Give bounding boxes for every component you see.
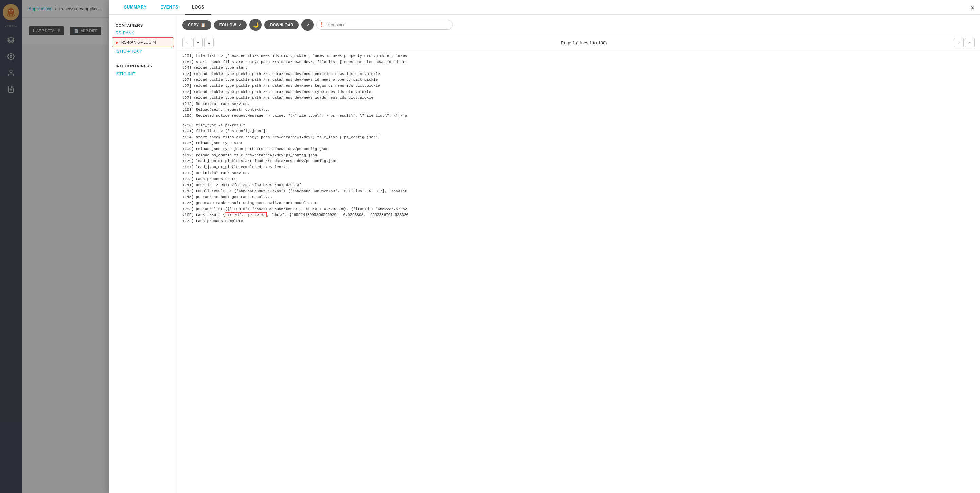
log-line: :245] ps-rank method: get rank result... (182, 195, 975, 201)
log-line: :241] user_id -> 9941b7f8-12a3-4f83-b590… (182, 182, 975, 188)
panel: × SUMMARY EVENTS LOGS CONTAINERS RS-RANK… (109, 0, 980, 493)
panel-tabs: SUMMARY EVENTS LOGS (109, 0, 980, 15)
page-last-button[interactable]: » (965, 38, 975, 47)
log-line: :154] start check files are ready: path … (182, 59, 975, 65)
log-line: :283] ps rank list:[{'itemId': '65524189… (182, 206, 975, 212)
log-line: :97] reload_pickle_type pickle_path /rs-… (182, 95, 975, 101)
pagination-info: Page 1 (Lines 1 to 100) (561, 40, 607, 45)
container-rs-rank-plugin[interactable]: ▶ RS-RANK-PLUGIN (111, 37, 174, 47)
log-line: :265] rank result {'model': 'ps-rank', '… (182, 212, 975, 218)
log-line: :212] Re-initial rank service. (182, 170, 975, 176)
filter-input[interactable] (325, 22, 448, 27)
log-line: :109] reload_json_type json_path /rs-dat… (182, 147, 975, 153)
page-prev-button[interactable]: ▾ (193, 38, 203, 47)
panel-content: CONTAINERS RS-RANK ▶ RS-RANK-PLUGIN ISTI… (109, 15, 980, 493)
copy-button[interactable]: COPY 📋 (182, 21, 211, 30)
external-link-button[interactable]: ↗ (301, 19, 314, 30)
log-line: :94] reload_pickle_type start (182, 65, 975, 71)
log-line: :276] generate_rank_result using persona… (182, 200, 975, 206)
log-content: :201] file_list -> ['news_entities_news_… (177, 50, 980, 493)
external-icon: ↗ (306, 22, 309, 27)
log-area: COPY 📋 FOLLOW ✓ 🌙 DOWNLOAD ↗ (177, 15, 980, 493)
pagination-nav-buttons: › » (954, 38, 975, 47)
page-next-button[interactable]: › (954, 38, 964, 47)
log-line: :97] reload_pickle_type pickle_path /rs-… (182, 77, 975, 83)
log-line: :201] file_list -> ['news_entities_news_… (182, 53, 975, 59)
active-arrow: ▶ (116, 40, 119, 44)
filter-container: ! (317, 20, 453, 30)
log-line: :154] start check files are ready: path … (182, 134, 975, 140)
pagination-prev-buttons: ‹ ▾ ▴ (182, 38, 214, 47)
log-toolbar: COPY 📋 FOLLOW ✓ 🌙 DOWNLOAD ↗ (177, 15, 980, 35)
init-container-istio-init[interactable]: ISTIO-INIT (109, 69, 177, 78)
log-line: :242] recall_result -> {'655356858806042… (182, 188, 975, 195)
log-line: :179] load_json_or_pickle start load /rs… (182, 158, 975, 164)
log-line: :97] reload_pickle_type pickle_path /rs-… (182, 83, 975, 89)
panel-close-button[interactable]: × (970, 4, 975, 12)
container-istio-proxy[interactable]: ISTIO-PROXY (109, 47, 177, 56)
log-line: :200] file_type -> ps-result (182, 123, 975, 129)
containers-section-label: CONTAINERS (109, 21, 177, 29)
page-prev-prev-button[interactable]: ‹ (182, 38, 192, 47)
log-line: :212] Re-initial rank service. (182, 101, 975, 107)
log-line: :196] Recieved notice requestMessage -> … (182, 113, 975, 119)
download-button[interactable]: DOWNLOAD (264, 21, 298, 29)
log-line: :193] Reload(self, request, context)... (182, 107, 975, 113)
copy-icon: 📋 (201, 23, 205, 27)
page-expand-button[interactable]: ▴ (204, 38, 214, 47)
tab-summary[interactable]: SUMMARY (117, 0, 153, 15)
follow-button[interactable]: FOLLOW ✓ (214, 21, 247, 30)
moon-icon: 🌙 (253, 22, 259, 27)
log-line: :106] reload_json_type start (182, 140, 975, 147)
container-rs-rank[interactable]: RS-RANK (109, 29, 177, 37)
log-line: :272] rank process complete (182, 218, 975, 224)
log-line: :97] reload_pickle_type pickle_path /rs-… (182, 89, 975, 95)
log-highlight: 'model': 'ps-rank' (225, 212, 267, 217)
containers-sidebar: CONTAINERS RS-RANK ▶ RS-RANK-PLUGIN ISTI… (109, 15, 177, 493)
log-line: :97] reload_pickle_type pickle_path /rs-… (182, 71, 975, 77)
log-line: :112] reload ps_config file /rs-data/new… (182, 153, 975, 159)
tab-logs[interactable]: LOGS (185, 0, 211, 15)
log-line: :233] rank_process start (182, 176, 975, 182)
log-line: :201] file_list -> ['ps_config.json'] (182, 128, 975, 134)
panel-overlay: × SUMMARY EVENTS LOGS CONTAINERS RS-RANK… (0, 0, 980, 493)
init-containers-section-label: INIT CONTAINERS (109, 61, 177, 69)
log-line: :187] load_json_or_pickle completed, key… (182, 164, 975, 171)
dark-mode-button[interactable]: 🌙 (250, 19, 262, 30)
follow-check-icon: ✓ (238, 23, 241, 27)
tab-events[interactable]: EVENTS (153, 0, 185, 15)
log-pagination: ‹ ▾ ▴ Page 1 (Lines 1 to 100) › » (177, 35, 980, 50)
filter-warning-icon: ! (321, 22, 323, 28)
